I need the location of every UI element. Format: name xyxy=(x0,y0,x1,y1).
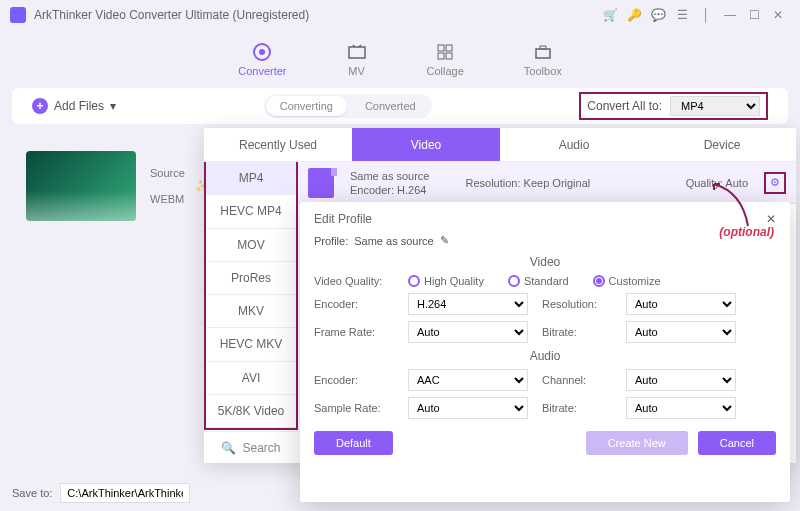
samplerate-select[interactable]: Auto xyxy=(408,397,528,419)
status-segment: Converting Converted xyxy=(264,94,432,118)
audio-encoder-label: Encoder: xyxy=(314,374,394,386)
default-button[interactable]: Default xyxy=(314,431,393,455)
nav-converter[interactable]: Converter xyxy=(238,42,286,77)
nav: Converter MV Collage Toolbox xyxy=(0,30,800,88)
resolution-label: Resolution: xyxy=(542,298,612,310)
nav-toolbox-label: Toolbox xyxy=(524,65,562,77)
tab-video[interactable]: Video xyxy=(352,128,500,162)
channel-select[interactable]: Auto xyxy=(626,369,736,391)
gear-icon[interactable]: ⚙ xyxy=(764,172,786,194)
convert-all-label: Convert All to: xyxy=(587,99,662,113)
maximize-icon[interactable]: ☐ xyxy=(742,3,766,27)
profile-label: Profile: xyxy=(314,235,348,247)
window-title: ArkThinker Video Converter Ultimate (Unr… xyxy=(34,8,598,22)
svg-rect-7 xyxy=(536,49,550,58)
mv-icon xyxy=(347,42,367,62)
chat-icon[interactable]: 💬 xyxy=(646,3,670,27)
minimize-icon[interactable]: — xyxy=(718,3,742,27)
optional-annotation: (optional) xyxy=(719,225,774,239)
save-to-label: Save to: xyxy=(12,487,52,499)
divider-icon: │ xyxy=(694,3,718,27)
radio-standard[interactable]: Standard xyxy=(508,275,569,287)
nav-mv[interactable]: MV xyxy=(347,42,367,77)
converter-icon xyxy=(252,42,272,62)
format-mov[interactable]: MOV xyxy=(206,229,296,262)
preset-resolution: Resolution: Keep Original xyxy=(465,177,590,189)
framerate-select[interactable]: Auto xyxy=(408,321,528,343)
search-icon: 🔍 xyxy=(221,441,236,455)
format-list: MP4 HEVC MP4 MOV ProRes MKV HEVC MKV AVI… xyxy=(204,162,298,430)
audio-bitrate-label: Bitrate: xyxy=(542,402,612,414)
svg-rect-6 xyxy=(446,53,452,59)
framerate-label: Frame Rate: xyxy=(314,326,394,338)
key-icon[interactable]: 🔑 xyxy=(622,3,646,27)
preset-format-icon xyxy=(308,168,334,198)
edit-pencil-icon[interactable]: ✎ xyxy=(440,234,449,247)
radio-high-quality[interactable]: High Quality xyxy=(408,275,484,287)
dialog-close-icon[interactable]: ✕ xyxy=(766,212,776,226)
mainbar: + Add Files ▾ Converting Converted Conve… xyxy=(12,88,788,124)
svg-rect-4 xyxy=(446,45,452,51)
create-new-button[interactable]: Create New xyxy=(586,431,688,455)
menu-icon[interactable]: ☰ xyxy=(670,3,694,27)
bitrate-select[interactable]: Auto xyxy=(626,321,736,343)
collage-icon xyxy=(435,42,455,62)
add-files-button[interactable]: + Add Files ▾ xyxy=(32,98,116,114)
app-logo-icon xyxy=(10,7,26,23)
format-mkv[interactable]: MKV xyxy=(206,295,296,328)
video-section-label: Video xyxy=(314,255,776,269)
channel-label: Channel: xyxy=(542,374,612,386)
radio-customize[interactable]: Customize xyxy=(593,275,661,287)
video-thumbnail[interactable] xyxy=(26,151,136,221)
toolbox-icon xyxy=(533,42,553,62)
format-avi[interactable]: AVI xyxy=(206,362,296,395)
preset-encoder: Encoder: H.264 xyxy=(350,184,429,196)
bitrate-label: Bitrate: xyxy=(542,326,612,338)
annotation-arrow-icon xyxy=(712,182,752,228)
audio-encoder-select[interactable]: AAC xyxy=(408,369,528,391)
convert-all-to: Convert All to: MP4 xyxy=(579,92,768,120)
resolution-select[interactable]: Auto xyxy=(626,293,736,315)
video-quality-label: Video Quality: xyxy=(314,275,394,287)
format-mp4[interactable]: MP4 xyxy=(206,162,296,195)
encoder-select[interactable]: H.264 xyxy=(408,293,528,315)
audio-bitrate-select[interactable]: Auto xyxy=(626,397,736,419)
source-label: Source xyxy=(150,167,185,179)
nav-toolbox[interactable]: Toolbox xyxy=(524,42,562,77)
format-hevcmkv[interactable]: HEVC MKV xyxy=(206,328,296,361)
nav-converter-label: Converter xyxy=(238,65,286,77)
svg-rect-5 xyxy=(438,53,444,59)
seg-converted[interactable]: Converted xyxy=(351,96,430,116)
chevron-down-icon: ▾ xyxy=(110,99,116,113)
tab-audio[interactable]: Audio xyxy=(500,128,648,162)
nav-collage[interactable]: Collage xyxy=(427,42,464,77)
profile-value: Same as source xyxy=(354,235,433,247)
cancel-button[interactable]: Cancel xyxy=(698,431,776,455)
nav-mv-label: MV xyxy=(348,65,365,77)
seg-converting[interactable]: Converting xyxy=(266,96,347,116)
format-hevcmp4[interactable]: HEVC MP4 xyxy=(206,195,296,228)
tab-device[interactable]: Device xyxy=(648,128,796,162)
convert-all-select[interactable]: MP4 xyxy=(670,96,760,116)
titlebar: ArkThinker Video Converter Ultimate (Unr… xyxy=(0,0,800,30)
save-path-input[interactable] xyxy=(60,483,190,503)
audio-section-label: Audio xyxy=(314,349,776,363)
format-5k8k[interactable]: 5K/8K Video xyxy=(206,395,296,428)
cart-icon[interactable]: 🛒 xyxy=(598,3,622,27)
video-quality-radios: High Quality Standard Customize xyxy=(408,275,736,287)
search-label: Search xyxy=(242,441,280,455)
format-prores[interactable]: ProRes xyxy=(206,262,296,295)
nav-collage-label: Collage xyxy=(427,65,464,77)
plus-icon: + xyxy=(32,98,48,114)
svg-point-1 xyxy=(259,49,265,55)
search-bar[interactable]: 🔍 Search xyxy=(204,431,298,463)
svg-rect-2 xyxy=(349,47,365,58)
samplerate-label: Sample Rate: xyxy=(314,402,394,414)
close-icon[interactable]: ✕ xyxy=(766,3,790,27)
edit-profile-title: Edit Profile xyxy=(314,212,372,226)
svg-rect-8 xyxy=(540,46,546,49)
encoder-label: Encoder: xyxy=(314,298,394,310)
preset-name: Same as source xyxy=(350,170,429,182)
tab-recent[interactable]: Recently Used xyxy=(204,128,352,162)
format-label: WEBM xyxy=(150,193,185,205)
